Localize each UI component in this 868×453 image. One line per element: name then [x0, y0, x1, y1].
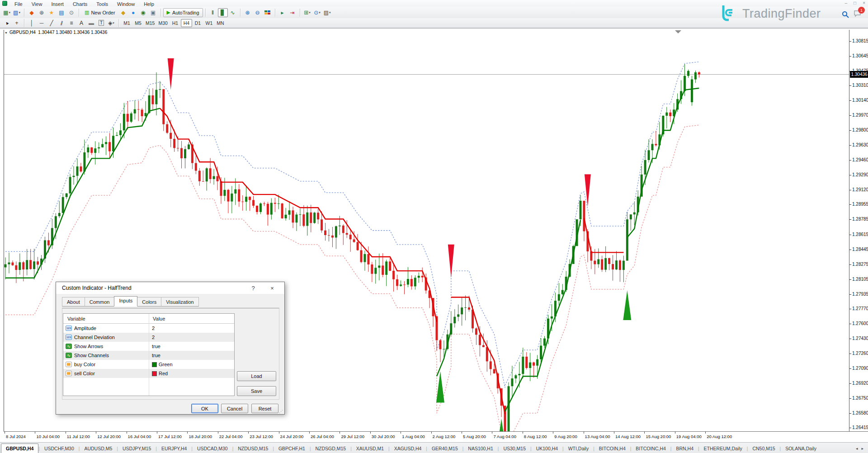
tab-colors[interactable]: Colors — [137, 297, 161, 307]
cursor-icon[interactable]: ▲ — [2, 19, 12, 28]
minimize-window-icon[interactable]: – — [845, 0, 848, 6]
close-window-icon[interactable]: × — [863, 0, 865, 6]
symbol-tab-eurjpy[interactable]: EURJPY,H4 — [157, 444, 191, 453]
param-value[interactable]: 2 — [152, 335, 155, 340]
resize-grip[interactable]: ⋰ — [279, 409, 283, 414]
symbol-tab-gbpchf[interactable]: GBPCHF,H1 — [274, 444, 310, 453]
autotrading-button[interactable]: ▶AutoTrading — [163, 8, 203, 17]
dialog-help-button[interactable]: ? — [249, 285, 257, 292]
vertical-line-icon[interactable]: │ — [27, 19, 37, 28]
text-label-icon[interactable]: T — [96, 19, 106, 28]
crosshair-icon[interactable]: + — [12, 19, 22, 28]
chevron-down-icon[interactable]: ▾ — [19, 11, 20, 14]
tab-common[interactable]: Common — [85, 297, 115, 307]
tabs-scroll-left-icon[interactable]: ◂ — [856, 446, 858, 451]
menu-view[interactable]: View — [27, 1, 47, 7]
chart-bars-icon[interactable]: ǁ — [208, 8, 218, 17]
save-button[interactable]: Save — [237, 386, 276, 396]
symbol-tab-usdjpy[interactable]: USDJPY,M15 — [118, 444, 156, 453]
menu-window[interactable]: Window — [113, 1, 139, 7]
tabs-scroll-right-icon[interactable]: ▸ — [861, 446, 863, 451]
timeframe-m15[interactable]: M15 — [144, 19, 156, 27]
market-watch-icon[interactable]: ◆ — [27, 8, 37, 17]
search-icon[interactable] — [842, 11, 849, 18]
equidistant-channel-icon[interactable]: ∥ — [57, 19, 66, 28]
menu-help[interactable]: Help — [139, 1, 159, 7]
print-icon[interactable]: ▣ — [148, 8, 158, 17]
symbol-tab-gbpusd[interactable]: GBPUSD,H4 — [1, 444, 38, 453]
zoom-in-icon[interactable]: ⊕ — [243, 8, 253, 17]
tab-inputs[interactable]: Inputs — [114, 296, 137, 307]
param-value[interactable]: true — [152, 344, 160, 349]
chevron-down-icon[interactable]: ▾ — [113, 21, 114, 25]
timeframe-mn[interactable]: MN — [215, 19, 226, 27]
timeframe-h1[interactable]: H1 — [170, 19, 181, 27]
symbol-collapse-icon[interactable]: ▼ — [5, 31, 8, 34]
cancel-button[interactable]: Cancel — [221, 404, 248, 413]
timeframe-h4[interactable]: H4 — [181, 19, 192, 27]
new-order-button[interactable]: ▥New Order — [81, 8, 118, 17]
chevron-down-icon[interactable]: ▾ — [9, 11, 10, 14]
symbol-tab-nzdusd[interactable]: NZDUSD,M15 — [233, 444, 273, 453]
symbol-tab-usdchf[interactable]: USDCHF,M30 — [40, 444, 79, 453]
tile-windows-icon[interactable] — [263, 8, 273, 17]
symbol-tab-uk100[interactable]: UK100,H4 — [532, 444, 562, 453]
chevron-down-icon[interactable]: ▾ — [329, 11, 331, 14]
indicators-icon[interactable]: ⊞▾ — [302, 8, 312, 17]
chat-icon[interactable]: 1 — [854, 10, 862, 19]
symbol-tab-xauusd[interactable]: XAUUSD,M1 — [352, 444, 388, 453]
chart-line-icon[interactable]: ∿ — [228, 8, 238, 17]
column-header-value[interactable]: Value — [149, 316, 165, 321]
zoom-out-icon[interactable]: ⊖ — [253, 8, 263, 17]
restore-window-icon[interactable]: □ — [854, 0, 856, 6]
chart-candles-icon[interactable]: ▊ — [218, 8, 228, 17]
text-icon[interactable]: A — [76, 19, 86, 28]
column-header-variable[interactable]: Variable — [63, 316, 149, 321]
symbol-tab-xagusd[interactable]: XAGUSD,H4 — [390, 444, 426, 453]
signals-icon[interactable]: ◉ — [138, 8, 148, 17]
chevron-down-icon[interactable]: ▾ — [309, 11, 311, 14]
metaeditor-icon[interactable]: ◆ — [118, 8, 128, 17]
load-button[interactable]: Load — [237, 371, 276, 381]
symbol-tab-wti[interactable]: WTI,Daily — [564, 444, 594, 453]
ok-button[interactable]: OK — [191, 404, 218, 413]
timeframe-d1[interactable]: D1 — [192, 19, 203, 27]
new-chart-icon[interactable]: ▦▾ — [2, 8, 12, 17]
time-axis[interactable]: 8 Jul 202410 Jul 04:0011 Jul 12:0012 Jul… — [4, 431, 868, 442]
menu-tools[interactable]: Tools — [92, 1, 113, 7]
symbol-tab-brn[interactable]: BRN,H4 — [671, 444, 698, 453]
timeframe-m1[interactable]: M1 — [121, 19, 132, 27]
menu-file[interactable]: File — [10, 1, 27, 7]
symbol-tab-us30[interactable]: US30,M15 — [499, 444, 530, 453]
symbol-tab-nzdsgd[interactable]: NZDSGD,M15 — [311, 444, 350, 453]
navigator-icon[interactable]: ★ — [47, 8, 57, 17]
timeframe-w1[interactable]: W1 — [203, 19, 215, 27]
strategy-tester-icon[interactable]: ⊙ — [66, 8, 76, 17]
param-value[interactable]: true — [152, 353, 160, 358]
menu-charts[interactable]: Charts — [68, 1, 92, 7]
symbol-tab-usdcad[interactable]: USDCAD,M30 — [193, 444, 232, 453]
symbol-tab-nas100[interactable]: NAS100,H1 — [463, 444, 497, 453]
tab-visualization[interactable]: Visualization — [161, 297, 199, 307]
param-value[interactable]: Red — [159, 371, 168, 376]
chevron-down-icon[interactable]: ▾ — [319, 11, 321, 14]
symbol-tab-bitcoin[interactable]: BITCOIN,H4 — [594, 444, 630, 453]
symbol-tab-ger40[interactable]: GER40,M15 — [427, 444, 462, 453]
profiles-icon[interactable]: ▧▾ — [12, 8, 22, 17]
trendline-icon[interactable]: ╱ — [47, 19, 57, 28]
rectangle-icon[interactable]: ▬ — [86, 19, 96, 28]
fibonacci-icon[interactable]: ≡ — [66, 19, 76, 28]
periods-icon[interactable]: ⊙▾ — [312, 8, 322, 17]
symbol-tab-solana[interactable]: SOLANA,Daily — [781, 444, 821, 453]
symbol-tab-ethereum[interactable]: ETHEREUM,Daily — [699, 444, 747, 453]
community-icon[interactable]: ● — [128, 8, 138, 17]
param-value[interactable]: 2 — [152, 326, 155, 331]
menu-insert[interactable]: Insert — [47, 1, 68, 7]
symbol-tab-cn50[interactable]: CN50,M15 — [748, 444, 779, 453]
dialog-close-button[interactable]: × — [268, 285, 276, 292]
timeframe-m5[interactable]: M5 — [132, 19, 144, 27]
terminal-icon[interactable]: ▤ — [57, 8, 66, 17]
chart-shift-icon[interactable]: ⇥ — [288, 8, 297, 17]
data-window-icon[interactable]: ⊕ — [37, 8, 47, 17]
param-value[interactable]: Green — [159, 362, 173, 367]
